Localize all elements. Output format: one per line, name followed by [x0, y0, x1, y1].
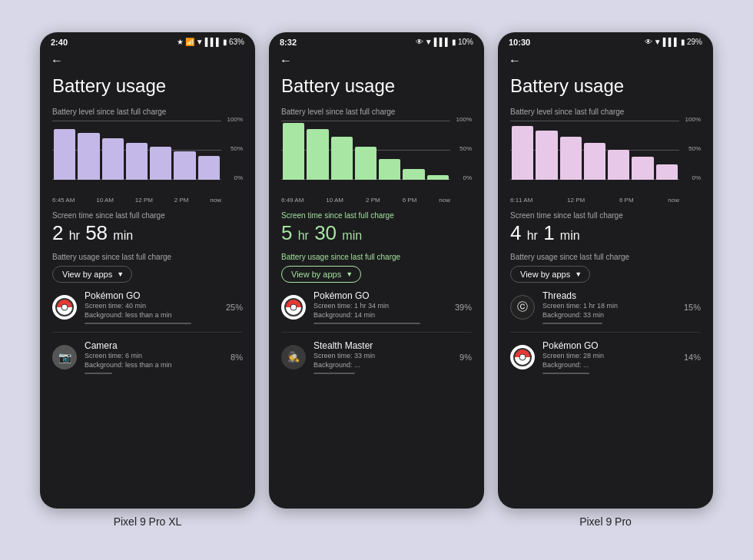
- eye-icon-3: 👁: [645, 38, 652, 46]
- app-percent-stealth-2: 9%: [459, 353, 472, 362]
- view-by-apps-btn-2[interactable]: View by apps ▼: [281, 266, 361, 283]
- nfc-icon: 📶: [185, 38, 194, 46]
- app-bar-camera-1: [85, 373, 112, 374]
- phone-pixel9pro-right: 10:30 👁 ▼ ▌▌▌ ▮ 29% ← Battery usage Batt…: [498, 32, 713, 509]
- chart-label-3: Battery level since last full charge: [510, 108, 701, 116]
- bar-2-2: [307, 129, 328, 179]
- label-50-3: 50%: [688, 145, 701, 152]
- chart-area-3: 100% 50% 0%: [510, 121, 701, 194]
- status-bar-1: 2:40 ★ 📶 ▼ ▌▌▌ ▮ 63%: [40, 32, 255, 49]
- x-label-2-3: 2 PM: [366, 197, 380, 204]
- x-label-3-4: now: [668, 197, 679, 204]
- phone-screen-1: 2:40 ★ 📶 ▼ ▌▌▌ ▮ 63% ← Battery usage Ba: [40, 32, 255, 509]
- chart-area-1: 100% 50% 0%: [52, 121, 243, 194]
- app-list-3: ⓒ Threads Screen time: 1 hr 18 minBackgr…: [510, 290, 701, 374]
- app-bar-pokemon-1: [85, 323, 191, 324]
- phone-screen-3: 10:30 👁 ▼ ▌▌▌ ▮ 29% ← Battery usage Batt…: [498, 32, 713, 509]
- label-spacer: [269, 515, 484, 529]
- label-100-1: 100%: [227, 116, 243, 123]
- app-name-pokemon-2: Pokémon GO: [313, 290, 447, 301]
- chart-label-2: Battery level since last full charge: [281, 108, 472, 116]
- app-detail-threads-3: Screen time: 1 hr 18 minBackground: 33 m…: [542, 301, 676, 320]
- stealth-glyph-2: 🕵: [287, 351, 300, 363]
- x-label-2-4: 6 PM: [403, 197, 417, 204]
- dropdown-arrow-1: ▼: [117, 270, 124, 278]
- battery-usage-label-1: Battery usage since last full charge: [52, 253, 243, 261]
- app-bar-stealth-2: [313, 373, 355, 374]
- battery-icon-2: ▮: [452, 38, 456, 46]
- wifi-icon-3: ▼: [654, 38, 662, 46]
- app-percent-pokemon-2: 39%: [455, 303, 472, 312]
- bar-1-3: [102, 138, 124, 180]
- camera-icon-1: 📷: [52, 345, 77, 369]
- bar-2-7: [427, 175, 449, 179]
- app-percent-pokemon-1: 25%: [226, 303, 243, 312]
- status-time-2: 8:32: [280, 38, 297, 47]
- bar-1-2: [78, 133, 99, 179]
- app-list-2: Pokémon GO Screen time: 1 hr 34 minBackg…: [281, 290, 472, 374]
- pokeball-2: [284, 298, 303, 316]
- divider-2: [281, 332, 472, 333]
- content-3: Battery usage Battery level since last f…: [498, 71, 713, 509]
- x-label-3-1: 6:11 AM: [510, 197, 532, 204]
- app-item-pokemon-3: Pokémon GO Screen time: 28 minBackground…: [510, 340, 701, 374]
- chart-x-labels-3: 6:11 AM 12 PM 6 PM now: [510, 197, 701, 204]
- bottom-labels: Pixel 9 Pro XL Pixel 9 Pro: [40, 515, 713, 529]
- content-1: Battery usage Battery level since last f…: [40, 71, 255, 509]
- x-label-1-5: now: [210, 197, 221, 204]
- bar-2-3: [331, 137, 353, 179]
- app-info-camera-1: Camera Screen time: 6 minBackground: les…: [85, 340, 223, 374]
- status-time-3: 10:30: [509, 38, 530, 47]
- app-bar-pokemon-3: [542, 373, 589, 374]
- screen-time-value-2: 5 hr 30 min: [281, 221, 472, 245]
- bar-2-4: [355, 147, 376, 179]
- signal-icon-2: ▌▌▌: [434, 38, 450, 46]
- label-0-3: 0%: [692, 174, 701, 181]
- app-percent-pokemon-3: 14%: [684, 353, 701, 362]
- chart-bars-1: [52, 121, 221, 180]
- label-pixel9pro: Pixel 9 Pro: [498, 515, 713, 529]
- page-title-2: Battery usage: [281, 75, 472, 97]
- view-by-apps-label-1: View by apps: [62, 270, 112, 279]
- bar-2-5: [379, 159, 400, 180]
- view-by-apps-btn-3[interactable]: View by apps ▼: [510, 266, 590, 283]
- screen-time-label-3: Screen time since last full charge: [510, 211, 701, 220]
- bar-2-1: [283, 123, 304, 179]
- bar-2-6: [403, 169, 424, 180]
- battery-usage-label-3: Battery usage since last full charge: [510, 253, 701, 261]
- x-label-2-2: 10 AM: [326, 197, 343, 204]
- pokeball-3: [513, 348, 532, 366]
- pixel9pro-label-text: Pixel 9 Pro: [579, 515, 632, 528]
- screen-time-label-1: Screen time since last full charge: [52, 211, 243, 220]
- app-percent-camera-1: 8%: [231, 353, 243, 362]
- app-detail-pokemon-1: Screen time: 40 minBackground: less than…: [85, 301, 218, 320]
- status-icons-1: ★ 📶 ▼ ▌▌▌ ▮ 63%: [177, 38, 244, 46]
- x-label-2-5: now: [439, 197, 450, 204]
- page-title-1: Battery usage: [52, 75, 243, 97]
- back-button-3[interactable]: ←: [509, 54, 521, 68]
- status-icons-3: 👁 ▼ ▌▌▌ ▮ 29%: [645, 38, 702, 46]
- divider-3: [510, 332, 701, 333]
- app-info-pokemon-2: Pokémon GO Screen time: 1 hr 34 minBackg…: [313, 290, 447, 324]
- back-button-1[interactable]: ←: [51, 54, 63, 68]
- app-detail-stealth-2: Screen time: 33 minBackground: ...: [313, 351, 452, 370]
- screen-time-label-2: Screen time since last full charge: [281, 211, 472, 220]
- phones-row: 2:40 ★ 📶 ▼ ▌▌▌ ▮ 63% ← Battery usage Ba: [40, 32, 713, 509]
- bar-1-1: [54, 129, 75, 179]
- label-50-1: 50%: [231, 145, 243, 152]
- signal-icon-3: ▌▌▌: [663, 38, 679, 46]
- app-item-pokemon-1: Pokémon GO Screen time: 40 minBackground…: [52, 290, 243, 324]
- app-name-camera-1: Camera: [85, 340, 223, 351]
- status-icons-2: 👁 ▼ ▌▌▌ ▮ 10%: [416, 38, 473, 46]
- phone-pixel9proxl: 2:40 ★ 📶 ▼ ▌▌▌ ▮ 63% ← Battery usage Ba: [40, 32, 255, 509]
- app-name-threads-3: Threads: [542, 290, 676, 301]
- battery-percent-1: 63%: [229, 38, 244, 46]
- view-by-apps-btn-1[interactable]: View by apps ▼: [52, 266, 132, 283]
- pokemon-icon-1: [52, 295, 77, 320]
- bluetooth-icon: ★: [177, 38, 184, 46]
- x-label-1-3: 12 PM: [135, 197, 153, 204]
- app-detail-pokemon-3: Screen time: 28 minBackground: ...: [542, 351, 676, 370]
- app-item-pokemon-2: Pokémon GO Screen time: 1 hr 34 minBackg…: [281, 290, 472, 324]
- status-time-1: 2:40: [51, 38, 68, 47]
- back-button-2[interactable]: ←: [280, 54, 292, 68]
